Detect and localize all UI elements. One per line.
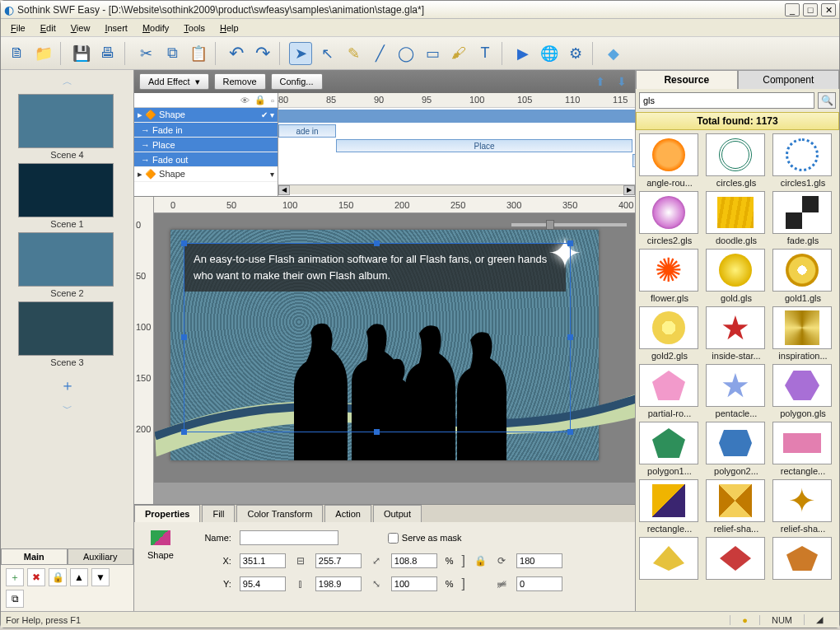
minimize-button[interactable]: _ <box>785 3 800 16</box>
layer-item[interactable]: Fade out <box>134 152 278 167</box>
copy-icon[interactable]: ⧉ <box>161 42 184 65</box>
scene-thumb[interactable]: Scene 1 <box>18 163 117 229</box>
move-down-icon[interactable]: ⬇ <box>614 75 630 88</box>
skew-field[interactable] <box>516 576 562 591</box>
prop-tab-output[interactable]: Output <box>373 505 422 522</box>
resource-item[interactable]: ★inside-star... <box>706 306 767 361</box>
resource-item[interactable]: polygon.gls <box>772 364 833 418</box>
scenes-scroll-up[interactable]: ︿ <box>63 73 72 91</box>
place-track[interactable]: Place <box>336 139 632 152</box>
resource-item[interactable]: fade.gls <box>772 191 833 245</box>
undo-icon[interactable]: ↶ <box>225 42 248 65</box>
scene-delete-icon[interactable]: ✖ <box>27 568 45 586</box>
resource-item[interactable]: inspiration... <box>772 306 833 361</box>
arrow-tool-icon[interactable]: ➤ <box>289 42 312 65</box>
tab-component[interactable]: Component <box>738 70 840 89</box>
serve-as-mask-checkbox[interactable]: Serve as mask <box>388 533 462 544</box>
open-icon[interactable]: 📁 <box>32 42 55 65</box>
publish-icon[interactable]: ⚙ <box>564 42 587 65</box>
layer-item[interactable]: Fade in <box>134 123 278 138</box>
config-effect-button[interactable]: Config... <box>271 73 323 90</box>
sx-field[interactable] <box>391 553 437 568</box>
resource-item[interactable]: rectangle... <box>639 479 700 534</box>
resource-item[interactable]: partial-ro... <box>639 364 700 418</box>
resource-item[interactable]: polygon1... <box>639 422 700 476</box>
resource-item[interactable]: circles.gls <box>706 133 767 188</box>
scenes-scroll-down[interactable]: ﹀ <box>63 400 72 418</box>
resource-item[interactable]: gold1.gls <box>772 249 833 303</box>
paste-icon[interactable]: 📋 <box>187 42 210 65</box>
cut-icon[interactable]: ✂ <box>134 42 157 65</box>
new-icon[interactable]: 🗎 <box>6 42 29 65</box>
prop-tab-fill[interactable]: Fill <box>202 505 235 522</box>
w-field[interactable] <box>315 553 362 568</box>
menu-view[interactable]: View <box>64 21 97 35</box>
move-up-icon[interactable]: ⬆ <box>592 75 609 88</box>
prop-tab-color-transform[interactable]: Color Transform <box>236 505 323 522</box>
h-field[interactable] <box>315 576 362 591</box>
resize-grip-icon[interactable]: ◢ <box>804 614 834 625</box>
add-scene-button[interactable]: ＋ <box>60 376 75 395</box>
oval-tool-icon[interactable]: ◯ <box>394 42 418 65</box>
line-tool-icon[interactable]: ╱ <box>368 42 391 65</box>
scene-thumb[interactable]: Scene 4 <box>18 94 117 160</box>
tab-aux-scenes[interactable]: Auxiliary <box>68 548 134 564</box>
stage[interactable]: An easy-to-use Flash animation software … <box>170 230 599 460</box>
resource-item[interactable]: angle-rou... <box>639 133 700 188</box>
scene-lock-icon[interactable]: 🔒 <box>49 568 67 586</box>
zoom-slider[interactable] <box>511 223 627 226</box>
globe-icon[interactable]: 🌐 <box>538 42 561 65</box>
scene-add-icon[interactable]: ＋ <box>6 568 24 586</box>
menu-insert[interactable]: Insert <box>98 21 134 35</box>
resource-item[interactable] <box>706 537 767 581</box>
resource-item[interactable]: ✺flower.gls <box>639 249 700 303</box>
scene-down-icon[interactable]: ▼ <box>91 568 110 586</box>
scene-thumb[interactable]: Scene 3 <box>18 301 117 367</box>
resource-item[interactable]: rectangle... <box>772 422 833 476</box>
resource-item[interactable]: relief-sha... <box>706 479 767 534</box>
sy-field[interactable] <box>391 576 437 591</box>
tab-main-scenes[interactable]: Main <box>1 548 68 564</box>
resource-item[interactable]: gold2.gls <box>639 306 700 361</box>
rect-tool-icon[interactable]: ▭ <box>421 42 444 65</box>
resource-item[interactable]: circles1.gls <box>772 133 833 188</box>
resource-item[interactable]: gold.gls <box>706 249 767 303</box>
layer-item[interactable]: ▸ 🔶 Shape✔ ▾ <box>134 108 278 123</box>
scroll-right-icon[interactable]: ▶ <box>623 185 635 195</box>
tab-resource[interactable]: Resource <box>636 70 738 89</box>
pen-tool-icon[interactable]: ✎ <box>342 42 365 65</box>
stage-viewport[interactable]: An easy-to-use Flash animation software … <box>154 213 635 483</box>
resource-item[interactable]: circles2.gls <box>639 191 700 245</box>
menu-help[interactable]: Help <box>213 21 245 35</box>
prop-tab-action[interactable]: Action <box>324 505 371 522</box>
remove-effect-button[interactable]: Remove <box>214 73 266 90</box>
menu-file[interactable]: File <box>4 21 32 35</box>
resource-item[interactable]: doodle.gls <box>706 191 767 245</box>
x-field[interactable] <box>240 553 286 568</box>
resource-item[interactable]: ✦relief-sha... <box>772 479 833 534</box>
maximize-button[interactable]: □ <box>803 3 818 16</box>
print-icon[interactable]: 🖶 <box>96 42 119 65</box>
y-field[interactable] <box>240 576 286 591</box>
brush-tool-icon[interactable]: 🖌 <box>447 42 470 65</box>
search-icon[interactable]: 🔍 <box>818 92 836 109</box>
resource-search-input[interactable] <box>639 92 814 109</box>
resource-item[interactable]: polygon2... <box>706 422 767 476</box>
scroll-left-icon[interactable]: ◀ <box>278 185 290 195</box>
layer-item[interactable]: Place <box>134 138 278 152</box>
save-icon[interactable]: 💾 <box>70 42 93 65</box>
menu-tools[interactable]: Tools <box>177 21 212 35</box>
scene-copy-icon[interactable]: ⧉ <box>6 590 24 608</box>
redo-icon[interactable]: ↷ <box>251 42 274 65</box>
add-effect-button[interactable]: Add Effect▾ <box>139 73 209 90</box>
text-tool-icon[interactable]: T <box>474 42 497 65</box>
timeline-frames[interactable]: 80859095100105110115120125 ade in Place … <box>278 93 635 196</box>
scene-up-icon[interactable]: ▲ <box>70 568 88 586</box>
fadeout-track[interactable]: Fade out <box>632 154 635 167</box>
close-button[interactable]: ✕ <box>821 3 836 16</box>
scene-thumb[interactable]: Scene 2 <box>18 232 117 298</box>
menu-edit[interactable]: Edit <box>34 21 63 35</box>
selection-box[interactable] <box>184 243 571 432</box>
play-icon[interactable]: ▶ <box>511 42 534 65</box>
timeline-scrollbar[interactable]: ◀ ▶ <box>278 184 635 194</box>
